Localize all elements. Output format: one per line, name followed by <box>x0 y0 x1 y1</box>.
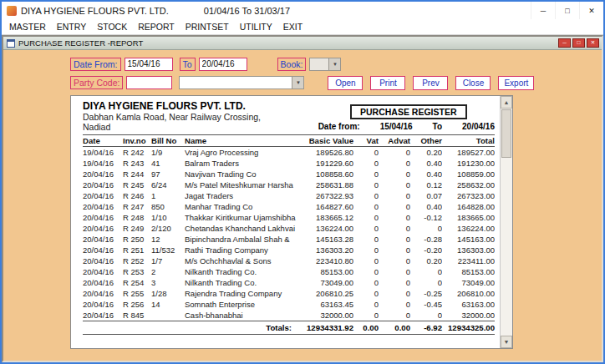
menu-item[interactable]: REPORT <box>138 22 175 32</box>
cell-invno: R 252 <box>123 255 151 266</box>
cell-vat: 0 <box>353 179 379 190</box>
maximize-icon[interactable]: □ <box>555 2 579 19</box>
menu-item[interactable]: PRINTSET <box>186 22 229 32</box>
child-minimize-icon[interactable]: ─ <box>558 38 571 48</box>
cell-advat: 0 <box>379 310 410 321</box>
cell-name: Nilkanth Trading Co. <box>185 277 302 288</box>
cell-other: 0.20 <box>410 255 442 266</box>
command-button[interactable]: Open <box>328 76 363 90</box>
party-code-input[interactable] <box>126 76 172 89</box>
table-row: 20/04/16 R 845 Cash-bhanabhai 32000.00 0… <box>83 310 495 321</box>
cell-billno: 11/532 <box>151 245 185 255</box>
date-filter-row: Date From: To Book: ▼ <box>70 57 602 71</box>
cell-advat: 0 <box>379 223 410 234</box>
report-title-block: PURCHASE REGISTER Date from: 15/04/16 To… <box>315 100 495 132</box>
cell-other: 0 <box>410 277 442 288</box>
cell-date: 20/04/16 <box>83 201 123 212</box>
cell-name: Jagat Traders <box>185 190 302 201</box>
report-date-range: Date from: 15/04/16 To 20/04/16 <box>315 122 495 131</box>
cell-date: 20/04/16 <box>83 299 123 310</box>
cell-name: Manhar Trading Co <box>185 201 302 212</box>
scroll-down-icon[interactable]: ▼ <box>501 336 512 348</box>
minimize-icon[interactable]: ─ <box>531 2 555 19</box>
menu-item[interactable]: UTILITY <box>240 22 272 32</box>
child-close-icon[interactable]: ✕ <box>587 38 599 48</box>
book-label: Book: <box>277 58 307 71</box>
child-window-titlebar: PURCHASE REGISTER -REPORT ─ □ ✕ <box>3 37 602 50</box>
cell-name: Balram Traders <box>185 158 302 169</box>
column-header: Advat <box>379 135 410 147</box>
cell-invno: R 245 <box>123 179 151 190</box>
date-from-label: Date From: <box>70 58 121 71</box>
cell-total: 183665.00 <box>442 212 495 223</box>
cell-vat: 0 <box>353 212 379 223</box>
cell-vat: 0 <box>353 147 379 159</box>
scrollbar-thumb[interactable] <box>501 109 511 158</box>
dropdown-arrow-icon[interactable]: ▼ <box>328 58 340 70</box>
cell-name: Navjivan Trading Co <box>185 169 302 179</box>
cell-invno: R 247 <box>123 201 151 212</box>
cell-name: Cash-bhanabhai <box>185 310 302 321</box>
cell-basic-value: 145163.28 <box>302 234 353 245</box>
scrollbar-track[interactable] <box>501 109 512 336</box>
cell-billno: 2 <box>151 266 185 277</box>
party-name-combo[interactable]: ▼ <box>179 76 304 89</box>
cell-advat: 0 <box>379 212 410 223</box>
totals-basic-value: 12934331.92 <box>302 321 353 335</box>
cell-other: -0.12 <box>410 212 442 223</box>
combo-arrow-icon[interactable]: ▼ <box>292 77 303 88</box>
menubar: MASTERENTRYSTOCKREPORTPRINTSETUTILITYEXI… <box>2 19 603 35</box>
command-button[interactable]: Prev <box>413 76 448 90</box>
purchase-register-table: DateInv.noBill NoNameBasic ValueVatAdvat… <box>83 134 495 335</box>
cell-billno: 1 <box>151 190 185 201</box>
cell-billno: 97 <box>151 169 185 179</box>
menu-item[interactable]: STOCK <box>97 22 127 32</box>
cell-date: 20/04/16 <box>83 179 123 190</box>
column-header: Other <box>410 135 442 147</box>
cell-invno: R 246 <box>123 190 151 201</box>
child-restore-icon[interactable]: □ <box>572 38 585 48</box>
command-button[interactable]: Print <box>370 76 405 90</box>
cell-total: 206810.00 <box>442 288 495 299</box>
cell-billno: 6/24 <box>151 179 185 190</box>
cell-basic-value: 108858.60 <box>302 169 353 179</box>
close-icon[interactable]: ✕ <box>579 2 603 19</box>
date-from-input[interactable] <box>125 58 173 71</box>
cell-other: 0.07 <box>410 190 442 201</box>
cell-date: 20/04/16 <box>83 310 123 321</box>
cell-other: 0.40 <box>410 158 442 169</box>
table-row: 20/04/16 R 246 1 Jagat Traders 267322.93… <box>83 190 495 201</box>
cell-name: Rathi Trading Company <box>185 245 302 255</box>
cell-date: 20/04/16 <box>83 266 123 277</box>
cell-other: 0 <box>410 266 442 277</box>
cell-advat: 0 <box>379 277 410 288</box>
report-title: PURCHASE REGISTER <box>350 104 467 119</box>
cell-basic-value: 164827.60 <box>302 201 353 212</box>
cell-advat: 0 <box>379 179 410 190</box>
cell-name: Somnath Enterprise <box>185 299 302 310</box>
cell-vat: 0 <box>353 190 379 201</box>
cell-billno: 1/28 <box>151 288 185 299</box>
book-dropdown[interactable]: ▼ <box>309 58 341 71</box>
table-row: 20/04/16 R 256 14 Somnath Enterprise 631… <box>83 299 495 310</box>
table-row: 19/04/16 R 242 1/9 Vraj Agro Processing … <box>83 147 495 159</box>
column-header: Bill No <box>151 135 185 147</box>
cell-name: Chetandas Khanchand Lakhvai <box>185 223 302 234</box>
date-to-input[interactable] <box>199 58 247 71</box>
cell-name: Thakkar Kiritkumar Ujamshibha <box>185 212 302 223</box>
scroll-up-icon[interactable]: ▲ <box>501 96 512 109</box>
command-button[interactable]: Export <box>498 76 534 90</box>
menu-item[interactable]: EXIT <box>283 22 302 32</box>
table-row: 19/04/16 R 243 41 Balram Traders 191229.… <box>83 158 495 169</box>
cell-total: 223411.00 <box>442 255 495 266</box>
menu-item[interactable]: MASTER <box>9 22 46 32</box>
cell-date: 20/04/16 <box>83 234 123 245</box>
cell-basic-value: 206810.25 <box>302 288 353 299</box>
cell-billno: 850 <box>151 201 185 212</box>
menu-item[interactable]: ENTRY <box>57 22 86 32</box>
column-header: Inv.no <box>123 135 151 147</box>
table-row: 20/04/16 R 254 3 Nilkanth Trading Co. 73… <box>83 277 495 288</box>
vertical-scrollbar: ▲ ▼ <box>500 96 512 348</box>
command-button[interactable]: Close <box>455 76 491 90</box>
report-header: DIYA HYGIENE FLOURS PVT. LTD. Dabhan Kam… <box>83 100 495 132</box>
